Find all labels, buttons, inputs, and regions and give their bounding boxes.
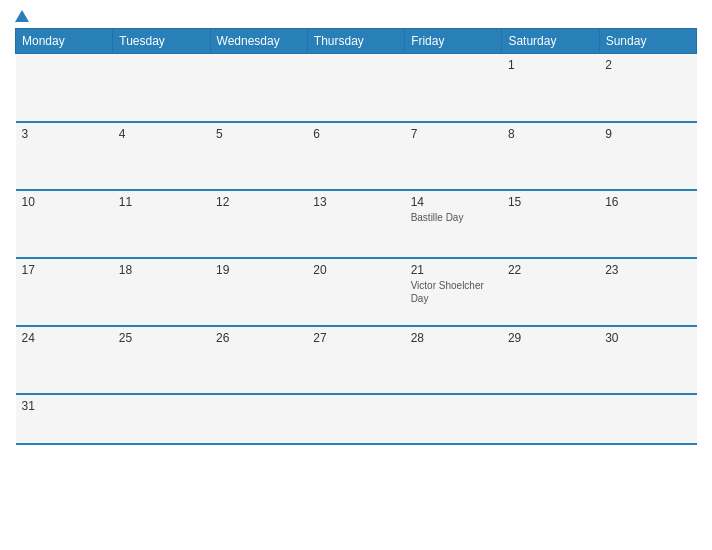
- day-number: 30: [605, 331, 690, 345]
- calendar-cell: 14Bastille Day: [405, 190, 502, 258]
- weekday-header-row: MondayTuesdayWednesdayThursdayFridaySatu…: [16, 29, 697, 54]
- day-number: 20: [313, 263, 398, 277]
- day-number: 17: [22, 263, 107, 277]
- day-number: 29: [508, 331, 593, 345]
- calendar-cell: 13: [307, 190, 404, 258]
- day-number: 31: [22, 399, 107, 413]
- header: [15, 10, 697, 22]
- calendar-cell: 21Victor Shoelcher Day: [405, 258, 502, 326]
- calendar-cell: [16, 54, 113, 122]
- calendar-week-4: 1718192021Victor Shoelcher Day2223: [16, 258, 697, 326]
- calendar-cell: 6: [307, 122, 404, 190]
- day-number: 16: [605, 195, 690, 209]
- day-number: 27: [313, 331, 398, 345]
- calendar-cell: 31: [16, 394, 113, 444]
- calendar-week-5: 24252627282930: [16, 326, 697, 394]
- weekday-header-tuesday: Tuesday: [113, 29, 210, 54]
- day-number: 8: [508, 127, 593, 141]
- day-number: 23: [605, 263, 690, 277]
- logo-blue-row: [15, 10, 31, 22]
- calendar-cell: 2: [599, 54, 696, 122]
- weekday-header-sunday: Sunday: [599, 29, 696, 54]
- calendar-cell: 4: [113, 122, 210, 190]
- day-number: 1: [508, 58, 593, 72]
- calendar-cell: 29: [502, 326, 599, 394]
- day-number: 24: [22, 331, 107, 345]
- calendar-cell: 30: [599, 326, 696, 394]
- day-number: 25: [119, 331, 204, 345]
- day-number: 13: [313, 195, 398, 209]
- calendar-cell: [307, 54, 404, 122]
- country-label: [617, 10, 697, 14]
- calendar-cell: [307, 394, 404, 444]
- day-number: 9: [605, 127, 690, 141]
- calendar-cell: 17: [16, 258, 113, 326]
- calendar-cell: 25: [113, 326, 210, 394]
- calendar-cell: 9: [599, 122, 696, 190]
- weekday-header-monday: Monday: [16, 29, 113, 54]
- day-number: 12: [216, 195, 301, 209]
- calendar-cell: 7: [405, 122, 502, 190]
- holiday-label: Victor Shoelcher Day: [411, 279, 496, 305]
- day-number: 22: [508, 263, 593, 277]
- calendar-cell: [405, 394, 502, 444]
- weekday-header-saturday: Saturday: [502, 29, 599, 54]
- calendar-cell: [210, 394, 307, 444]
- day-number: 7: [411, 127, 496, 141]
- day-number: 5: [216, 127, 301, 141]
- calendar-cell: 8: [502, 122, 599, 190]
- calendar-cell: [405, 54, 502, 122]
- day-number: 3: [22, 127, 107, 141]
- calendar-cell: 27: [307, 326, 404, 394]
- logo: [15, 10, 31, 22]
- weekday-header-thursday: Thursday: [307, 29, 404, 54]
- calendar-cell: [599, 394, 696, 444]
- calendar-cell: 5: [210, 122, 307, 190]
- calendar-week-2: 3456789: [16, 122, 697, 190]
- calendar-cell: 11: [113, 190, 210, 258]
- calendar-header: MondayTuesdayWednesdayThursdayFridaySatu…: [16, 29, 697, 54]
- calendar-cell: [113, 54, 210, 122]
- day-number: 10: [22, 195, 107, 209]
- calendar-cell: 20: [307, 258, 404, 326]
- logo-triangle-icon: [15, 10, 29, 22]
- day-number: 11: [119, 195, 204, 209]
- calendar-cell: 12: [210, 190, 307, 258]
- day-number: 21: [411, 263, 496, 277]
- calendar-cell: [113, 394, 210, 444]
- calendar-table: MondayTuesdayWednesdayThursdayFridaySatu…: [15, 28, 697, 445]
- day-number: 19: [216, 263, 301, 277]
- calendar-cell: 28: [405, 326, 502, 394]
- holiday-label: Bastille Day: [411, 211, 496, 224]
- calendar-cell: 10: [16, 190, 113, 258]
- calendar-page: MondayTuesdayWednesdayThursdayFridaySatu…: [0, 0, 712, 550]
- day-number: 6: [313, 127, 398, 141]
- calendar-cell: 3: [16, 122, 113, 190]
- calendar-cell: 1: [502, 54, 599, 122]
- weekday-header-wednesday: Wednesday: [210, 29, 307, 54]
- calendar-cell: 18: [113, 258, 210, 326]
- day-number: 14: [411, 195, 496, 209]
- calendar-cell: 19: [210, 258, 307, 326]
- day-number: 28: [411, 331, 496, 345]
- calendar-cell: 26: [210, 326, 307, 394]
- calendar-cell: 22: [502, 258, 599, 326]
- calendar-body: 1234567891011121314Bastille Day151617181…: [16, 54, 697, 444]
- calendar-cell: 15: [502, 190, 599, 258]
- day-number: 18: [119, 263, 204, 277]
- calendar-week-3: 1011121314Bastille Day1516: [16, 190, 697, 258]
- calendar-week-6: 31: [16, 394, 697, 444]
- day-number: 2: [605, 58, 690, 72]
- calendar-cell: 24: [16, 326, 113, 394]
- day-number: 26: [216, 331, 301, 345]
- calendar-cell: [502, 394, 599, 444]
- calendar-week-1: 12: [16, 54, 697, 122]
- day-number: 4: [119, 127, 204, 141]
- calendar-cell: 16: [599, 190, 696, 258]
- calendar-cell: 23: [599, 258, 696, 326]
- calendar-cell: [210, 54, 307, 122]
- weekday-header-friday: Friday: [405, 29, 502, 54]
- day-number: 15: [508, 195, 593, 209]
